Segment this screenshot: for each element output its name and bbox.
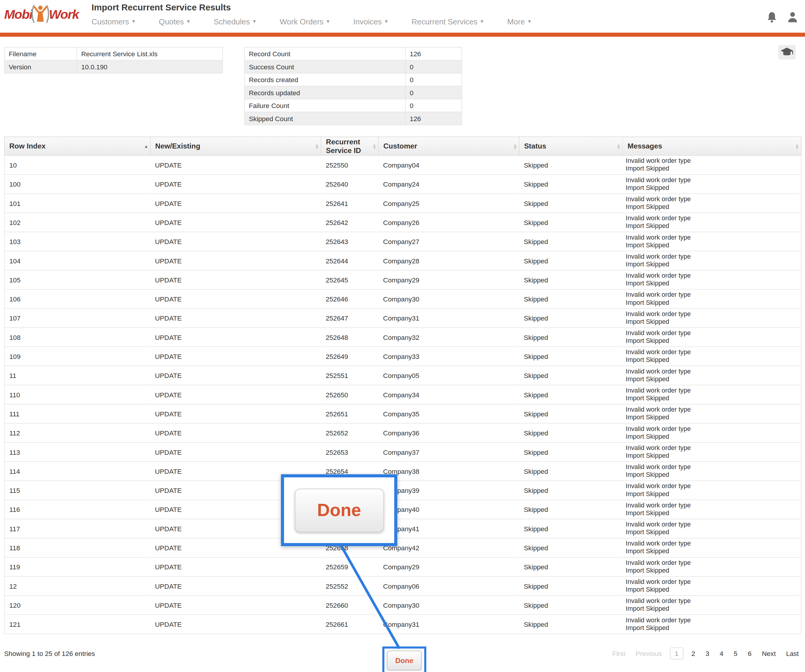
cell-service-id: 252652 — [321, 423, 378, 442]
table-row[interactable]: 106UPDATE252646Company30SkippedInvalid w… — [5, 289, 801, 308]
table-row[interactable]: 113UPDATE252653Company37SkippedInvalid w… — [5, 443, 801, 462]
graduation-cap-icon[interactable] — [778, 45, 796, 59]
nav-item-invoices[interactable]: Invoices▾ — [353, 17, 388, 26]
summary-label: Failure Count — [245, 99, 405, 112]
column-header-row-index[interactable]: Row Index▴ — [5, 137, 150, 156]
cell-new-existing: UPDATE — [150, 155, 321, 174]
table-row[interactable]: 117UPDATE252657Company41SkippedInvalid w… — [5, 519, 801, 538]
table-row[interactable]: 114UPDATE252654Company38SkippedInvalid w… — [5, 462, 801, 481]
table-row[interactable]: 11UPDATE252551Company05SkippedInvalid wo… — [5, 366, 801, 385]
done-button[interactable]: Done — [387, 651, 422, 670]
cell-new-existing: UPDATE — [150, 251, 321, 270]
nav-item-label: Work Orders — [279, 17, 323, 26]
summary-label: Records created — [245, 73, 405, 86]
sort-icon: ▴▾ — [618, 143, 620, 149]
column-header-new-existing[interactable]: New/Existing▴▾ — [150, 137, 321, 156]
table-row[interactable]: 112UPDATE252652Company36SkippedInvalid w… — [5, 423, 801, 442]
table-row[interactable]: 109UPDATE252649Company33SkippedInvalid w… — [5, 347, 801, 366]
pagination-previous[interactable]: Previous — [634, 647, 664, 659]
chevron-down-icon: ▾ — [528, 18, 531, 25]
table-row[interactable]: 107UPDATE252647Company31SkippedInvalid w… — [5, 309, 801, 328]
nav-item-recurrent-services[interactable]: Recurrent Services▾ — [411, 17, 483, 26]
pagination-5[interactable]: 5 — [732, 647, 739, 659]
table-row[interactable]: 111UPDATE252651Company35SkippedInvalid w… — [5, 404, 801, 423]
column-header-customer[interactable]: Customer▴▾ — [378, 137, 519, 156]
message-line: Import Skipped — [626, 433, 798, 441]
header-icons — [767, 11, 798, 23]
pagination-next[interactable]: Next — [760, 647, 778, 659]
cell-new-existing: UPDATE — [150, 347, 321, 366]
nav-item-schedules[interactable]: Schedules▾ — [214, 17, 256, 26]
pagination-4[interactable]: 4 — [718, 647, 725, 659]
table-row[interactable]: 118UPDATE252658Company42SkippedInvalid w… — [5, 538, 801, 557]
table-row[interactable]: 102UPDATE252642Company26SkippedInvalid w… — [5, 213, 801, 232]
nav-item-quotes[interactable]: Quotes▾ — [159, 17, 190, 26]
cell-status: Skipped — [519, 443, 623, 462]
message-line: Import Skipped — [626, 337, 798, 345]
user-account-icon[interactable] — [787, 11, 798, 23]
cell-messages: Invalid work order typeImport Skipped — [623, 232, 801, 251]
cell-status: Skipped — [519, 500, 623, 519]
nav-item-more[interactable]: More▾ — [507, 17, 531, 26]
nav-item-customers[interactable]: Customers▾ — [92, 17, 135, 26]
pagination-6[interactable]: 6 — [746, 647, 754, 659]
cell-service-id: 252651 — [321, 404, 378, 423]
table-row[interactable]: 108UPDATE252648Company32SkippedInvalid w… — [5, 328, 801, 347]
cell-row-index: 115 — [5, 481, 150, 500]
mobiwork-logo[interactable]: Mobi Work — [4, 3, 79, 25]
pagination-first[interactable]: First — [610, 647, 628, 659]
cell-service-id: 252646 — [321, 289, 378, 308]
column-header-messages[interactable]: Messages▴▾ — [623, 137, 801, 156]
summary-value: 0 — [406, 73, 462, 86]
cell-row-index: 113 — [5, 443, 150, 462]
summary-row-success-count: Success Count0 — [245, 60, 462, 73]
message-line: Import Skipped — [626, 299, 798, 306]
pagination-1[interactable]: 1 — [670, 647, 683, 659]
cell-row-index: 112 — [5, 423, 150, 442]
cell-new-existing: UPDATE — [150, 423, 321, 442]
cell-row-index: 100 — [5, 175, 150, 194]
message-line: Invalid work order type — [626, 215, 798, 222]
cell-customer: Company30 — [378, 595, 519, 615]
cell-customer: Company29 — [378, 270, 519, 289]
results-tbody: 10UPDATE252550Company04SkippedInvalid wo… — [5, 155, 801, 634]
message-line: Import Skipped — [626, 280, 798, 287]
pagination-3[interactable]: 3 — [703, 647, 711, 659]
table-row[interactable]: 103UPDATE252643Company27SkippedInvalid w… — [5, 232, 801, 251]
pagination-last[interactable]: Last — [784, 647, 801, 659]
table-row[interactable]: 10UPDATE252550Company04SkippedInvalid wo… — [5, 155, 801, 174]
table-row[interactable]: 110UPDATE252650Company34SkippedInvalid w… — [5, 385, 801, 404]
message-line: Import Skipped — [626, 165, 798, 173]
table-row[interactable]: 12UPDATE252552Company06SkippedInvalid wo… — [5, 577, 801, 595]
table-row[interactable]: 104UPDATE252644Company28SkippedInvalid w… — [5, 251, 801, 270]
cell-customer: Company27 — [378, 232, 519, 251]
table-row[interactable]: 121UPDATE252661Company31SkippedInvalid w… — [5, 615, 801, 634]
message-line: Invalid work order type — [626, 291, 798, 299]
entries-summary: Showing 1 to 25 of 126 entries — [4, 647, 95, 657]
cell-status: Skipped — [519, 347, 623, 366]
cell-new-existing: UPDATE — [150, 270, 321, 289]
table-row[interactable]: 100UPDATE252640Company24SkippedInvalid w… — [5, 175, 801, 194]
sort-asc-icon: ▴ — [145, 143, 148, 149]
table-row[interactable]: 119UPDATE252659Company29SkippedInvalid w… — [5, 557, 801, 576]
table-row[interactable]: 105UPDATE252645Company29SkippedInvalid w… — [5, 270, 801, 289]
results-table: Row Index▴New/Existing▴▾Recurrent Servic… — [4, 137, 802, 634]
table-row[interactable]: 116UPDATE252656Company40SkippedInvalid w… — [5, 500, 801, 519]
cell-customer: Company38 — [378, 462, 519, 481]
summary-row-records-updated: Records updated0 — [245, 86, 462, 99]
column-header-status[interactable]: Status▴▾ — [519, 137, 623, 156]
pagination-2[interactable]: 2 — [690, 647, 697, 659]
table-row[interactable]: 101UPDATE252641Company25SkippedInvalid w… — [5, 194, 801, 213]
message-line: Import Skipped — [626, 375, 798, 384]
nav-item-work-orders[interactable]: Work Orders▾ — [279, 17, 329, 26]
message-line: Import Skipped — [626, 452, 798, 460]
table-row[interactable]: 115UPDATE252655Company39SkippedInvalid w… — [5, 481, 801, 500]
notifications-bell-icon[interactable] — [767, 11, 777, 23]
nav-item-label: Schedules — [214, 17, 250, 26]
message-line: Invalid work order type — [626, 368, 798, 375]
cell-status: Skipped — [519, 270, 623, 289]
cell-status: Skipped — [519, 385, 623, 404]
cell-service-id: 252659 — [321, 557, 378, 576]
table-row[interactable]: 120UPDATE252660Company30SkippedInvalid w… — [5, 595, 801, 615]
column-header-recurrent-service-id[interactable]: Recurrent Service ID▴▾ — [321, 137, 378, 156]
